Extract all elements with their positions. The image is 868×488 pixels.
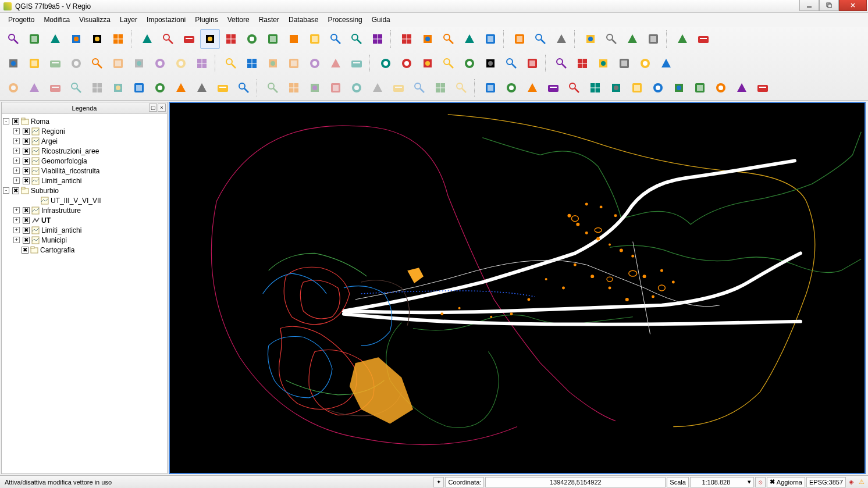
toolbtn-deselect[interactable] bbox=[460, 29, 479, 49]
visibility-checkbox[interactable]: ✖ bbox=[12, 187, 19, 194]
toolbtn-edit-pencil[interactable] bbox=[3, 54, 23, 73]
toolbtn-zoom-native[interactable] bbox=[242, 29, 262, 49]
layer-tree[interactable]: -✖Roma+✖Regioni+✖Argei+✖Ricostruzioni_ar… bbox=[2, 114, 167, 473]
crs-toggle-button[interactable]: ✦ bbox=[433, 477, 444, 487]
crs-status-icon[interactable]: ◈ bbox=[846, 477, 856, 487]
menu-vettore[interactable]: Vettore bbox=[223, 14, 254, 26]
menu-plugins[interactable]: Plugins bbox=[190, 14, 222, 26]
menu-impostazioni[interactable]: Impostazioni bbox=[142, 14, 190, 26]
toolbtn-bookmark-new[interactable] bbox=[622, 29, 642, 49]
stop-render-button[interactable]: ⦸ bbox=[755, 477, 766, 487]
toolbtn-delete[interactable] bbox=[192, 54, 212, 73]
toolbtn-attr-table[interactable] bbox=[510, 29, 529, 49]
visibility-checkbox[interactable]: ✖ bbox=[23, 128, 30, 135]
toolbtn-g9[interactable] bbox=[171, 78, 191, 98]
expand-toggle[interactable]: + bbox=[13, 148, 20, 154]
toolbtn-g6[interactable] bbox=[108, 78, 128, 98]
messages-icon[interactable]: ⚠ bbox=[856, 477, 867, 487]
toolbtn-h3[interactable] bbox=[305, 78, 325, 98]
toolbtn-i6[interactable] bbox=[585, 78, 605, 98]
maximize-button[interactable] bbox=[819, 0, 839, 11]
toolbtn-save-as[interactable] bbox=[66, 29, 86, 49]
scale-input[interactable] bbox=[693, 479, 739, 486]
toolbtn-v5[interactable] bbox=[635, 54, 655, 73]
toolbtn-abc6[interactable] bbox=[326, 54, 346, 73]
toolbtn-abc7[interactable] bbox=[347, 54, 367, 73]
toolbtn-new-doc[interactable] bbox=[3, 29, 23, 49]
toolbtn-zoom-full[interactable] bbox=[263, 29, 283, 49]
layer-limiti_antichi[interactable]: +✖Limiti_antichi bbox=[3, 225, 166, 235]
minimize-button[interactable] bbox=[799, 0, 819, 11]
toolbtn-oracledb[interactable] bbox=[522, 54, 542, 73]
layer-regioni[interactable]: +✖Regioni bbox=[3, 126, 166, 136]
toolbtn-spatialite[interactable] bbox=[481, 54, 500, 73]
toolbtn-select-dropdown[interactable] bbox=[439, 29, 458, 49]
toolbtn-i14[interactable] bbox=[753, 78, 773, 98]
toolbtn-pan-select[interactable] bbox=[158, 29, 178, 49]
visibility-checkbox[interactable]: ✖ bbox=[23, 227, 30, 234]
layer-cartografia[interactable]: ✖Cartografia bbox=[3, 245, 166, 255]
menu-progetto[interactable]: Progetto bbox=[3, 14, 39, 26]
toolbtn-paste[interactable] bbox=[150, 54, 170, 73]
expand-toggle[interactable]: + bbox=[13, 207, 20, 213]
visibility-checkbox[interactable]: ✖ bbox=[23, 177, 30, 184]
visibility-checkbox[interactable]: ✖ bbox=[22, 247, 29, 254]
toolbtn-i13[interactable] bbox=[732, 78, 752, 98]
toolbtn-v6[interactable] bbox=[656, 54, 676, 73]
toolbtn-g5[interactable] bbox=[87, 78, 107, 98]
menu-layer[interactable]: Layer bbox=[115, 14, 142, 26]
toolbtn-g4[interactable] bbox=[66, 78, 86, 98]
toolbtn-h6[interactable] bbox=[368, 78, 387, 98]
layer-viabilità_ricostruita[interactable]: +✖Viabilità_ricostruita bbox=[3, 166, 166, 176]
close-button[interactable] bbox=[839, 0, 867, 11]
layer-geomorfologia[interactable]: +✖Geomorfologia bbox=[3, 156, 166, 166]
toolbtn-measure[interactable] bbox=[552, 29, 571, 49]
toolbtn-g1[interactable] bbox=[3, 78, 23, 98]
visibility-checkbox[interactable]: ✖ bbox=[23, 148, 30, 155]
toolbtn-wfs[interactable] bbox=[397, 54, 417, 73]
toolbtn-edit-nodes[interactable] bbox=[66, 54, 86, 73]
toolbtn-i4[interactable] bbox=[543, 78, 563, 98]
visibility-checkbox[interactable]: ✖ bbox=[23, 237, 30, 244]
toolbtn-h4[interactable] bbox=[326, 78, 346, 98]
toolbtn-v1[interactable] bbox=[552, 54, 571, 73]
toolbtn-i11[interactable] bbox=[690, 78, 710, 98]
toolbtn-v3[interactable] bbox=[593, 54, 613, 73]
epsg-label[interactable]: EPSG:3857 bbox=[809, 479, 843, 486]
toolbtn-zoom-next[interactable] bbox=[347, 29, 367, 49]
toolbtn-save-edits[interactable] bbox=[45, 54, 65, 73]
toolbtn-g12[interactable] bbox=[234, 78, 254, 98]
menu-modifica[interactable]: Modifica bbox=[39, 14, 74, 26]
scale-dropdown-icon[interactable]: ▾ bbox=[748, 478, 751, 486]
visibility-checkbox[interactable]: ✖ bbox=[23, 217, 30, 224]
toolbtn-cut[interactable] bbox=[108, 54, 128, 73]
toolbtn-text-annot[interactable] bbox=[643, 29, 663, 49]
toolbtn-refresh[interactable] bbox=[368, 29, 387, 49]
toolbtn-i7[interactable] bbox=[606, 78, 626, 98]
menu-guida[interactable]: Guida bbox=[367, 14, 395, 26]
toolbtn-open-folder[interactable] bbox=[24, 29, 44, 49]
toolbtn-g2[interactable] bbox=[24, 78, 44, 98]
toolbtn-edit-line[interactable] bbox=[24, 54, 44, 73]
toolbtn-info-dropdown[interactable] bbox=[418, 29, 437, 49]
toolbtn-abc2[interactable] bbox=[242, 54, 262, 73]
toolbtn-i9[interactable] bbox=[648, 78, 668, 98]
toolbtn-abc3[interactable] bbox=[263, 54, 283, 73]
toolbtn-zoom-layer[interactable] bbox=[305, 29, 325, 49]
toolbtn-i2[interactable] bbox=[501, 78, 521, 98]
expand-toggle[interactable]: + bbox=[13, 177, 20, 184]
visibility-checkbox[interactable]: ✖ bbox=[23, 138, 30, 145]
expand-toggle[interactable]: + bbox=[13, 138, 20, 144]
toolbtn-snap[interactable] bbox=[87, 54, 107, 73]
expand-toggle[interactable]: + bbox=[13, 128, 20, 134]
toolbtn-identify[interactable] bbox=[397, 29, 417, 49]
toolbtn-v4[interactable] bbox=[614, 54, 634, 73]
toolbtn-zoom-extent[interactable] bbox=[179, 29, 199, 49]
menu-raster[interactable]: Raster bbox=[254, 14, 284, 26]
toolbtn-zoom-selection[interactable] bbox=[284, 29, 304, 49]
toolbtn-g7[interactable] bbox=[129, 78, 149, 98]
toolbtn-i3[interactable] bbox=[522, 78, 542, 98]
visibility-checkbox[interactable]: ✖ bbox=[23, 207, 30, 214]
toolbtn-zoom-out[interactable] bbox=[221, 29, 241, 49]
toolbtn-g8[interactable] bbox=[150, 78, 170, 98]
